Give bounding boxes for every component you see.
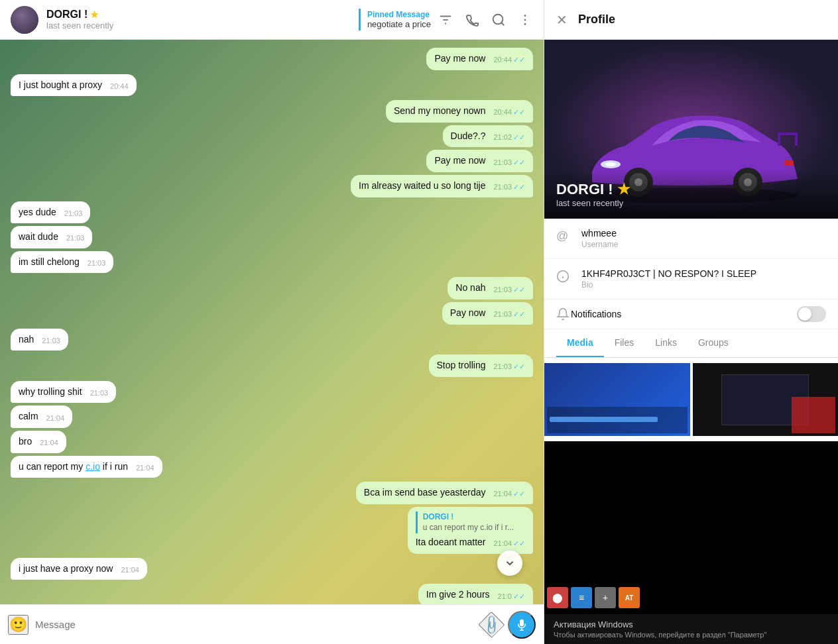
win-activation-bar: Активация Windows Чтобы активировать Win… bbox=[544, 614, 838, 644]
svg-point-6 bbox=[524, 23, 526, 25]
message-input[interactable] bbox=[35, 619, 475, 630]
notifications-row: Notifications bbox=[544, 299, 838, 329]
message-bubble: Dude?.? 21:02✓✓ bbox=[443, 125, 533, 148]
message-bubble: bro 21:04 bbox=[11, 431, 66, 453]
table-row: Send my money nown 20:44✓✓ bbox=[11, 100, 533, 123]
svg-rect-12 bbox=[784, 160, 794, 166]
table-row: nah 21:03 bbox=[11, 329, 533, 351]
at-icon: @ bbox=[556, 229, 571, 244]
emoji-button[interactable]: 🙂 bbox=[8, 615, 29, 635]
svg-point-5 bbox=[524, 19, 526, 21]
close-button[interactable]: ✕ bbox=[556, 12, 568, 28]
taskbar-area: Активация Windows Чтобы активировать Win… bbox=[544, 441, 838, 644]
message-bubble: calm 21:04 bbox=[11, 405, 72, 428]
bell-icon bbox=[556, 307, 571, 322]
message-input-bar: 🙂 📎 bbox=[0, 604, 544, 644]
profile-info: @ whmeee Username 1KHF4PR0J3CT | NO RESP… bbox=[544, 219, 838, 329]
more-icon[interactable] bbox=[517, 12, 533, 28]
media-tabs: Media Files Links Groups bbox=[544, 329, 838, 358]
mic-button[interactable] bbox=[508, 611, 536, 639]
taskbar-icon-2[interactable]: ≡ bbox=[571, 587, 592, 608]
table-row: Pay now 21:03✓✓ bbox=[11, 302, 533, 325]
message-bubble: wait dude 21:03 bbox=[11, 226, 92, 248]
last-message-area: Im give 2 hours 21:0✓✓ bbox=[11, 584, 533, 604]
svg-point-4 bbox=[524, 15, 526, 17]
table-row: im still chelong 21:03 bbox=[11, 251, 533, 274]
table-row: Dude?.? 21:02✓✓ bbox=[11, 125, 533, 148]
bio-row: 1KHF4PR0J3CT | NO RESPON? I SLEEP Bio bbox=[544, 259, 838, 299]
chat-body: Pay me now 20:44✓✓ I just bought a proxy… bbox=[0, 40, 544, 604]
message-bubble: I just bought a proxy 20:44 bbox=[11, 74, 137, 97]
message-bubble: yes dude 21:03 bbox=[11, 201, 90, 224]
tab-media[interactable]: Media bbox=[556, 329, 604, 357]
svg-rect-19 bbox=[778, 133, 798, 135]
toggle-knob bbox=[798, 307, 811, 321]
table-row: Im alreasy waited u so long tije 21:03✓✓ bbox=[11, 175, 533, 197]
table-row: u can report my c.io if i run 21:04 bbox=[11, 456, 533, 478]
table-row: Pay me now 20:44✓✓ bbox=[11, 48, 533, 70]
table-row: wait dude 21:03 bbox=[11, 226, 533, 248]
message-bubble: Im give 2 hours 21:0✓✓ bbox=[418, 584, 533, 604]
bio-label: Bio bbox=[581, 280, 756, 290]
table-row: yes dude 21:03 bbox=[11, 201, 533, 224]
search-icon[interactable] bbox=[491, 12, 507, 28]
table-row: DORGI ! u can report my c.io if i r... I… bbox=[11, 507, 533, 554]
table-row: Bca im send base yeasterday 21:04✓✓ bbox=[11, 482, 533, 504]
svg-point-3 bbox=[493, 14, 503, 24]
message-bubble: No nah 21:03✓✓ bbox=[448, 277, 533, 299]
notifications-label: Notifications bbox=[571, 309, 797, 319]
table-row: Stop trolling 21:03✓✓ bbox=[11, 354, 533, 377]
table-row: Pay me now 21:03✓✓ bbox=[11, 150, 533, 172]
pinned-text: negotiate a price bbox=[367, 19, 431, 29]
taskbar-icon-1[interactable]: ⬤ bbox=[547, 587, 568, 608]
profile-header: ✕ Profile bbox=[544, 0, 838, 40]
media-grid bbox=[544, 358, 838, 441]
filter-icon[interactable] bbox=[438, 12, 453, 28]
taskbar-icon-4[interactable]: AT bbox=[619, 587, 640, 608]
header-info: DORGI ! ★ last seen recently bbox=[46, 9, 348, 30]
username-row: @ whmeee Username bbox=[544, 219, 838, 259]
attach-button[interactable]: 📎 bbox=[478, 611, 505, 637]
win-activation-sub: Чтобы активировать Windows, перейдите в … bbox=[554, 631, 829, 639]
link[interactable]: c.io bbox=[86, 461, 100, 472]
call-icon[interactable] bbox=[464, 12, 480, 28]
pinned-message[interactable]: Pinned Message negotiate a price bbox=[359, 9, 438, 30]
pinned-label: Pinned Message bbox=[367, 10, 431, 19]
profile-panel: ✕ Profile bbox=[544, 0, 838, 644]
chat-name: DORGI ! ★ bbox=[46, 9, 348, 21]
table-row: bro 21:04 bbox=[11, 431, 533, 453]
chat-header: DORGI ! ★ last seen recently Pinned Mess… bbox=[0, 0, 544, 40]
username-label: Username bbox=[581, 240, 618, 249]
quoted-message: DORGI ! u can report my c.io if i r... bbox=[416, 511, 525, 534]
svg-rect-20 bbox=[778, 133, 780, 146]
table-row: I just bought a proxy 20:44 bbox=[11, 74, 533, 97]
message-bubble: i just have a proxy now 21:04 bbox=[11, 558, 147, 580]
profile-cover-photo: DORGI ! ★ last seen recently bbox=[544, 40, 838, 219]
table-row: why trolling shit 21:03 bbox=[11, 381, 533, 403]
avatar bbox=[11, 6, 38, 34]
bio-value: 1KHF4PR0J3CT | NO RESPON? I SLEEP bbox=[581, 268, 756, 279]
tab-links[interactable]: Links bbox=[644, 329, 688, 357]
header-icons bbox=[438, 12, 533, 28]
taskbar-icons: ⬤ ≡ + AT bbox=[544, 584, 838, 611]
svg-point-11 bbox=[605, 162, 616, 166]
tab-files[interactable]: Files bbox=[604, 329, 645, 357]
message-bubble: u can report my c.io if i run 21:04 bbox=[11, 456, 162, 478]
profile-status: last seen recently bbox=[556, 198, 826, 208]
table-row: No nah 21:03✓✓ bbox=[11, 277, 533, 299]
media-thumbnail[interactable] bbox=[544, 363, 690, 436]
notifications-toggle[interactable] bbox=[797, 306, 826, 322]
message-bubble: Pay me now 20:44✓✓ bbox=[426, 48, 533, 70]
media-thumbnail[interactable] bbox=[693, 363, 839, 436]
tab-groups[interactable]: Groups bbox=[688, 329, 739, 357]
chat-status: last seen recently bbox=[46, 21, 348, 30]
table-row: calm 21:04 bbox=[11, 405, 533, 428]
taskbar-icon-3[interactable]: + bbox=[595, 587, 616, 608]
message-bubble: Pay now 21:03✓✓ bbox=[442, 302, 533, 325]
message-bubble: Bca im send base yeasterday 21:04✓✓ bbox=[356, 482, 533, 504]
message-bubble: Pay me now 21:03✓✓ bbox=[426, 150, 533, 172]
message-bubble: Im alreasy waited u so long tije 21:03✓✓ bbox=[351, 175, 533, 197]
username-value: whmeee bbox=[581, 228, 618, 239]
message-bubble: Stop trolling 21:03✓✓ bbox=[429, 354, 533, 377]
message-bubble: nah 21:03 bbox=[11, 329, 68, 351]
